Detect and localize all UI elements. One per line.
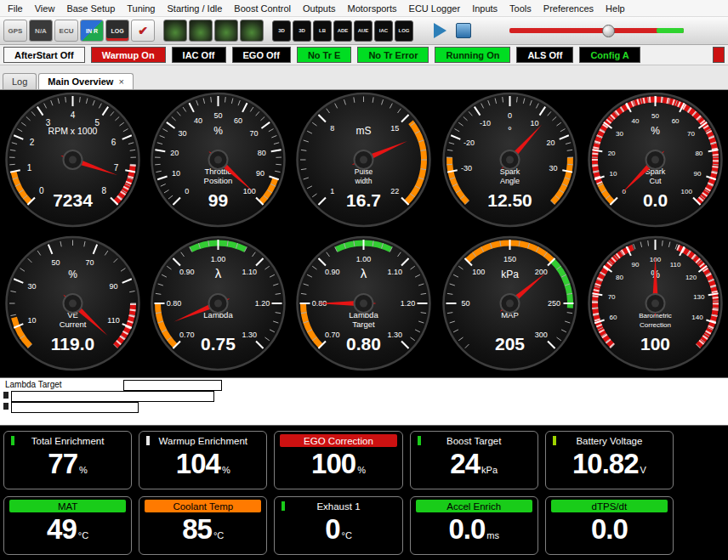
menu-tuning[interactable]: Tuning (121, 2, 161, 15)
strip-marker (3, 403, 9, 410)
tab-main-overview[interactable]: Main Overview× (38, 73, 133, 89)
menu-motorsports[interactable]: Motorsports (342, 2, 403, 15)
menu-preferences[interactable]: Preferences (537, 2, 600, 15)
svg-text:λ: λ (361, 266, 367, 280)
panel-value-row: 0°C (280, 512, 396, 546)
svg-text:80: 80 (695, 150, 702, 157)
svg-text:50: 50 (651, 112, 659, 120)
panel-title: Coolant Temp (173, 501, 233, 512)
tab-close-icon[interactable]: × (118, 76, 123, 87)
view-tool-3-lb[interactable]: LB (313, 20, 332, 42)
svg-text:%: % (213, 125, 223, 137)
tab-log[interactable]: Log (3, 73, 37, 89)
svg-text:20: 20 (608, 150, 616, 157)
menu-view[interactable]: View (29, 2, 61, 15)
gps-button[interactable]: GPS (3, 20, 27, 42)
svg-text:0.80: 0.80 (167, 299, 182, 308)
panel-unit: °C (342, 530, 352, 540)
panel-value-row: 24kPa (416, 447, 532, 481)
vehicle-icon-2[interactable] (189, 20, 213, 42)
menu-outputs[interactable]: Outputs (297, 2, 342, 15)
svg-text:Angle: Angle (500, 177, 520, 185)
play-button[interactable] (434, 23, 446, 38)
svg-text:7: 7 (114, 163, 119, 173)
panel-unit: °C (78, 530, 88, 540)
vehicle-icon-3[interactable] (214, 20, 238, 42)
view-tool-5-aue[interactable]: AUE (354, 20, 373, 42)
svg-text:100: 100 (472, 268, 485, 276)
gauge-throttle-position: 0102030405060708090100%ThrottlePosition9… (145, 90, 291, 234)
menu-ecu-logger[interactable]: ECU Logger (403, 2, 467, 15)
svg-text:90: 90 (256, 169, 264, 178)
svg-text:120: 120 (685, 274, 697, 281)
svg-text:60: 60 (609, 314, 617, 321)
panel-value-number: 77 (48, 447, 77, 481)
svg-text:110: 110 (107, 316, 119, 325)
svg-text:70: 70 (608, 293, 616, 301)
indicator-tick (11, 436, 14, 445)
panel-title: MAT (58, 501, 77, 512)
menu-base-setup[interactable]: Base Setup (60, 2, 121, 15)
svg-text:90: 90 (631, 261, 639, 269)
panel-value-number: 0.0 (448, 512, 485, 546)
svg-text:30: 30 (549, 164, 557, 173)
panel-header: Battery Voltage (551, 434, 668, 447)
svg-text:°: ° (508, 125, 512, 137)
menu-file[interactable]: File (2, 2, 29, 15)
log-button[interactable]: LOG (105, 20, 129, 42)
panel-header: dTPS/dt (551, 500, 668, 512)
panel-coolant-temp: Coolant Temp85°C (139, 496, 267, 555)
indicator-tick (418, 436, 421, 445)
strip-label: Lambda Target (5, 380, 62, 389)
svg-text:1: 1 (27, 163, 32, 173)
status-als-off: ALS Off (516, 47, 573, 63)
menu-inputs[interactable]: Inputs (466, 2, 503, 15)
vehicle-icon-4[interactable] (240, 20, 264, 42)
na-button[interactable]: N/A (29, 20, 53, 42)
ecu-button[interactable]: ECU (54, 20, 78, 42)
svg-text:20: 20 (546, 139, 555, 147)
panel-value-row: 49°C (9, 512, 126, 546)
confirm-icon[interactable]: ✔ (131, 20, 155, 42)
panel-title: dTPS/dt (592, 501, 628, 512)
menu-boost-control[interactable]: Boost Control (228, 2, 297, 15)
stop-button[interactable] (456, 23, 471, 38)
tab-bar: LogMain Overview× (0, 65, 728, 90)
svg-text:RPM x 1000: RPM x 1000 (48, 126, 98, 136)
svg-text:7234: 7234 (53, 190, 93, 210)
panel-value-number: 24 (450, 447, 480, 481)
menu-starting-idle[interactable]: Starting / Idle (162, 2, 229, 15)
panel-value-row: 0.0ms (416, 512, 532, 546)
toolbar-group-vehicle (163, 20, 264, 42)
svg-text:200: 200 (534, 268, 547, 276)
status-no-tr-error: No Tr Error (357, 47, 429, 63)
panel-unit: % (79, 465, 88, 475)
vehicle-icon-1[interactable] (163, 20, 187, 42)
status-indicator-bar: AfterStart OffWarmup OnIAC OffEGO OffNo … (0, 45, 728, 65)
view-tool-7-log[interactable]: LOG (395, 20, 413, 42)
menu-tools[interactable]: Tools (503, 2, 537, 15)
svg-text:λ: λ (215, 266, 222, 280)
panel-title: Warmup Enrichment (159, 436, 247, 446)
readout-panels: Total Enrichment77%Warmup Enrichment104%… (0, 426, 728, 560)
panel-value-number: 10.82 (572, 447, 639, 481)
view-tool-6-iac[interactable]: IAC (374, 20, 393, 42)
slider-handle[interactable] (602, 25, 615, 37)
gauge-pulse-width: 181522mSPulsewidth16.7 (291, 90, 436, 234)
svg-text:60: 60 (672, 117, 680, 125)
view-tool-2-3d[interactable]: 3D (293, 20, 311, 42)
panel-header: EGO Correction (280, 434, 396, 447)
strip-box (11, 391, 214, 402)
view-tool-4-ade[interactable]: ADE (333, 20, 352, 42)
speed-slider[interactable] (509, 25, 684, 37)
svg-text:Correction: Correction (640, 321, 671, 329)
panel-unit: V (640, 465, 646, 475)
svg-text:119.0: 119.0 (51, 334, 94, 354)
panel-value-number: 85 (182, 512, 212, 546)
svg-text:0.80: 0.80 (347, 334, 382, 354)
menu-help[interactable]: Help (600, 2, 631, 15)
inputs-button[interactable]: IN R (80, 20, 104, 42)
svg-text:0: 0 (39, 186, 44, 195)
slider-end-segment (657, 28, 684, 33)
view-tool-1-3d[interactable]: 3D (272, 20, 291, 42)
